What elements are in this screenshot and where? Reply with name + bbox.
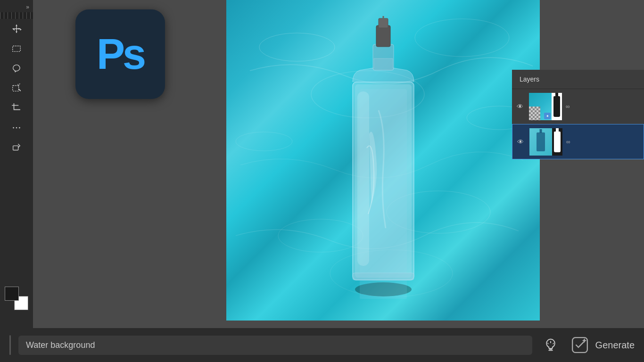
svg-rect-25 <box>360 280 407 299</box>
left-toolbar: » <box>0 0 33 362</box>
svg-point-7 <box>259 33 335 61</box>
svg-line-27 <box>547 343 548 344</box>
svg-point-4 <box>16 127 17 129</box>
bottom-divider <box>9 335 11 355</box>
toolbar-collapse-button[interactable]: » <box>0 4 33 12</box>
layer1-bottle-silhouette <box>553 96 560 117</box>
svg-rect-21 <box>379 18 388 28</box>
layer-row-2[interactable]: 👁 ∞ <box>512 124 644 159</box>
generate-icon-button[interactable] <box>569 334 591 356</box>
layer1-visibility-toggle[interactable]: 👁 <box>517 103 525 110</box>
marquee-tool[interactable] <box>6 39 27 58</box>
prompt-input-wrapper[interactable] <box>18 336 532 355</box>
layer2-content <box>529 128 552 156</box>
svg-rect-2 <box>13 86 19 91</box>
lasso-tool[interactable] <box>6 59 27 78</box>
water-background <box>226 0 540 321</box>
layer2-link-icon: ∞ <box>566 139 572 145</box>
toolbar-ruler <box>0 12 33 19</box>
layers-panel: Layers 👁 ✦ ∞ 👁 <box>512 70 644 159</box>
history-icon <box>11 142 22 153</box>
move-tool[interactable] <box>6 19 27 38</box>
magic-select-icon <box>11 83 22 93</box>
layer2-bottle-small <box>537 132 545 151</box>
perfume-bottle-image <box>331 16 435 308</box>
layer1-content: ✦ <box>529 93 552 120</box>
foreground-color-swatch[interactable] <box>5 287 19 301</box>
bottom-bar: Generate <box>0 328 644 362</box>
svg-rect-20 <box>376 25 390 47</box>
svg-line-28 <box>553 343 553 344</box>
svg-rect-1 <box>13 46 21 52</box>
lasso-icon <box>11 63 22 74</box>
prompt-input[interactable] <box>26 340 525 350</box>
history-tool[interactable] <box>6 138 27 157</box>
layer2-mask-thumb <box>552 128 562 156</box>
generate-button[interactable]: Generate <box>595 340 635 351</box>
generate-wrap: Generate <box>569 334 635 356</box>
layer1-thumb-main: ✦ <box>529 93 552 120</box>
canvas-area: Ps <box>33 0 644 362</box>
main-canvas[interactable] <box>226 0 540 321</box>
layer2-bottle-white-shape <box>554 132 561 152</box>
svg-point-9 <box>236 132 292 151</box>
layer2-thumb-main <box>529 128 552 156</box>
layer2-visibility-toggle[interactable]: 👁 <box>517 138 526 146</box>
svg-rect-19 <box>373 44 394 70</box>
double-arrow-icon: » <box>26 4 29 10</box>
svg-rect-24 <box>353 273 414 280</box>
layers-panel-title: Layers <box>520 75 539 83</box>
color-swatches[interactable] <box>5 287 28 310</box>
layer1-link-icon: ∞ <box>566 103 571 110</box>
layer1-mask-thumb <box>552 93 562 120</box>
photoshop-logo: Ps <box>75 9 165 99</box>
layers-panel-header: Layers <box>512 70 644 89</box>
marquee-icon <box>11 43 22 54</box>
more-icon <box>11 123 22 133</box>
crop-tool[interactable] <box>6 99 27 117</box>
ps-logo-text: Ps <box>97 33 144 75</box>
svg-rect-6 <box>13 146 18 150</box>
svg-point-3 <box>13 127 14 129</box>
magic-select-tool[interactable] <box>6 79 27 98</box>
move-icon <box>11 24 22 34</box>
layer2-mask-content <box>552 128 562 156</box>
svg-point-5 <box>19 127 20 129</box>
generate-ai-icon <box>571 336 589 354</box>
layer1-checker <box>529 107 540 120</box>
lightbulb-icon <box>544 338 558 352</box>
layer1-thumbnail: ✦ <box>529 93 562 120</box>
crop-icon <box>11 103 22 113</box>
lightbulb-button[interactable] <box>540 334 561 356</box>
layer1-ai-badge: ✦ <box>544 113 551 119</box>
layer2-thumbnail <box>529 128 562 156</box>
more-tools[interactable] <box>6 118 27 137</box>
svg-rect-23 <box>357 91 369 266</box>
layer-row-1[interactable]: 👁 ✦ ∞ <box>512 89 644 124</box>
layer1-mask-content <box>552 93 562 120</box>
